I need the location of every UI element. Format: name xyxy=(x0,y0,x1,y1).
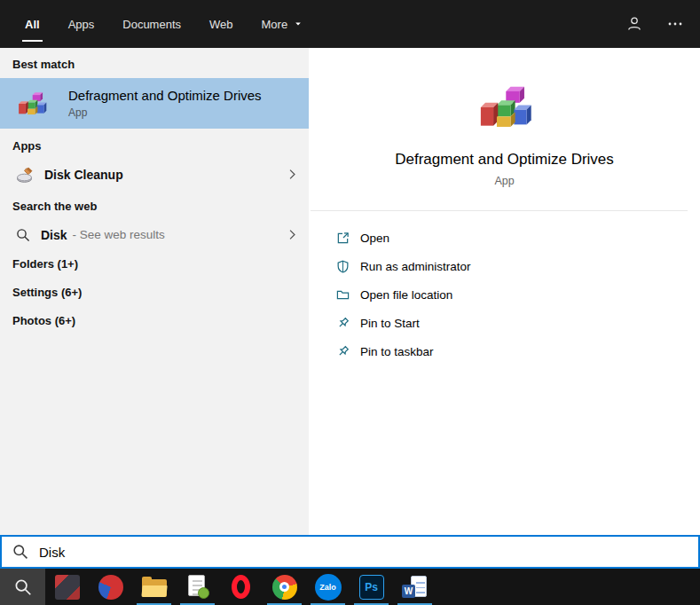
search-icon xyxy=(12,544,28,560)
result-disk-cleanup[interactable]: Disk Cleanup xyxy=(0,160,309,189)
admin-shield-icon xyxy=(336,260,350,273)
chevron-down-icon xyxy=(294,20,303,28)
best-match-header: Best match xyxy=(0,48,309,78)
action-label: Pin to taskbar xyxy=(360,345,434,358)
chevron-right-icon[interactable] xyxy=(287,229,298,240)
action-pin-to-taskbar[interactable]: Pin to taskbar xyxy=(336,337,700,365)
result-label: Disk Cleanup xyxy=(44,168,123,182)
action-open[interactable]: Open xyxy=(336,224,700,252)
taskbar-photoshop[interactable]: Ps xyxy=(350,569,393,605)
action-pin-to-start[interactable]: Pin to Start xyxy=(336,309,700,337)
best-match-title: Defragment and Optimize Drives xyxy=(68,88,262,103)
zalo-icon: Zalo xyxy=(315,574,342,601)
open-icon xyxy=(336,232,350,245)
web-suffix: - See web results xyxy=(73,228,165,241)
defrag-drives-icon xyxy=(477,80,532,135)
web-section-header: Search the web xyxy=(0,189,309,220)
tab-all[interactable]: All xyxy=(11,0,54,48)
defrag-drives-icon xyxy=(17,89,47,119)
disk-cleanup-icon xyxy=(16,166,34,184)
apps-section-header: Apps xyxy=(0,129,309,160)
taskbar-pinned-app-2[interactable] xyxy=(89,569,132,605)
pin-icon xyxy=(336,345,350,358)
best-match-text: Defragment and Optimize Drives App xyxy=(68,88,262,119)
preview-subtitle: App xyxy=(494,175,514,187)
taskbar-zalo[interactable]: Zalo xyxy=(306,569,350,605)
word-icon: W xyxy=(402,575,428,599)
search-icon xyxy=(14,578,32,596)
tab-documents[interactable]: Documents xyxy=(108,0,195,48)
action-open-file-location[interactable]: Open file location xyxy=(336,280,700,309)
pin-icon xyxy=(336,317,350,330)
folder-icon xyxy=(336,288,350,302)
taskbar-pinned-app-1[interactable] xyxy=(45,569,89,605)
tab-more-label: More xyxy=(262,18,288,31)
taskbar-opera[interactable] xyxy=(219,569,263,605)
action-label: Open file location xyxy=(360,288,452,302)
taskbar-search-button[interactable] xyxy=(0,569,45,605)
search-results-area: Best match Defragment and Optimize Drive… xyxy=(0,48,700,535)
group-settings[interactable]: Settings (6+) xyxy=(0,279,309,306)
opera-icon xyxy=(232,575,250,599)
account-icon[interactable] xyxy=(625,15,643,33)
tab-web[interactable]: Web xyxy=(195,0,248,48)
photoshop-icon: Ps xyxy=(359,575,384,600)
action-run-as-administrator[interactable]: Run as administrator xyxy=(336,252,700,280)
action-label: Open xyxy=(360,232,389,245)
file-explorer-icon xyxy=(142,577,167,597)
preview-title: Defragment and Optimize Drives xyxy=(395,151,614,169)
divider xyxy=(311,210,688,211)
tab-apps[interactable]: Apps xyxy=(54,0,109,48)
group-folders[interactable]: Folders (1+) xyxy=(0,250,309,278)
app-1-icon xyxy=(55,575,80,600)
results-panel: Best match Defragment and Optimize Drive… xyxy=(0,48,309,535)
app-2-icon xyxy=(98,575,123,600)
action-label: Pin to Start xyxy=(360,317,420,330)
topbar-actions xyxy=(625,0,684,48)
filter-tabs: All Apps Documents Web More xyxy=(11,0,317,48)
search-icon xyxy=(16,228,30,242)
preview-panel: Defragment and Optimize Drives App Open … xyxy=(309,48,700,535)
taskbar-file-explorer[interactable] xyxy=(132,569,176,605)
taskbar: Zalo Ps W xyxy=(0,569,700,605)
tab-more[interactable]: More xyxy=(248,0,318,48)
group-photos[interactable]: Photos (6+) xyxy=(0,307,309,334)
result-web-search[interactable]: Disk - See web results xyxy=(0,220,309,249)
best-match-result[interactable]: Defragment and Optimize Drives App xyxy=(0,78,309,129)
taskbar-word[interactable]: W xyxy=(393,569,437,605)
search-input[interactable] xyxy=(39,545,688,560)
notepad-plus-plus-icon xyxy=(186,575,209,599)
search-filter-bar: All Apps Documents Web More xyxy=(0,0,700,48)
best-match-subtitle: App xyxy=(68,106,262,119)
web-query: Disk xyxy=(41,228,67,242)
ellipsis-icon[interactable] xyxy=(666,15,684,33)
windows-search-flyout: All Apps Documents Web More Best match D… xyxy=(0,0,700,605)
search-box xyxy=(0,535,700,569)
taskbar-chrome[interactable] xyxy=(263,569,306,605)
chrome-icon xyxy=(272,575,297,600)
taskbar-notepad-plus-plus[interactable] xyxy=(176,569,219,605)
chevron-right-icon[interactable] xyxy=(287,169,298,180)
action-list: Open Run as administrator Open file loca… xyxy=(309,224,700,365)
action-label: Run as administrator xyxy=(360,260,471,273)
